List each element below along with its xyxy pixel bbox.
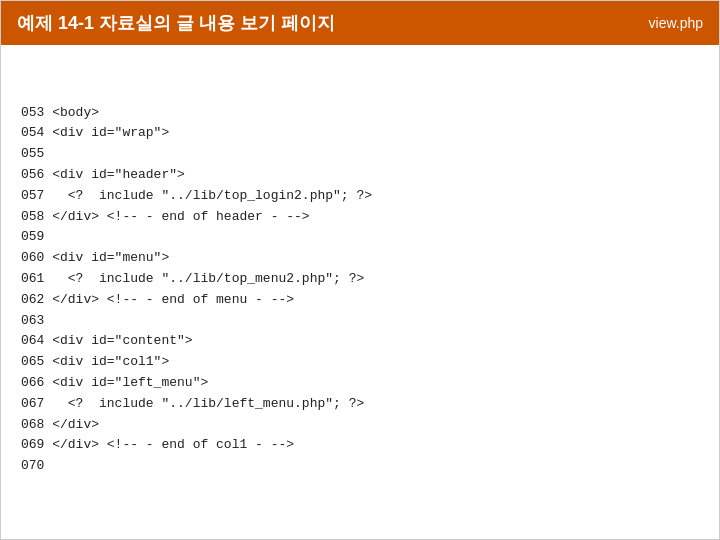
page-title: 예제 14-1 자료실의 글 내용 보기 페이지 [17,11,335,35]
code-line: 065 <div id="col1"> [21,352,699,373]
page-container: 예제 14-1 자료실의 글 내용 보기 페이지 view.php 053 <b… [0,0,720,540]
code-line: 064 <div id="content"> [21,331,699,352]
code-line: 063 [21,311,699,332]
code-line: 060 <div id="menu"> [21,248,699,269]
code-line: 062 </div> <!-- - end of menu - --> [21,290,699,311]
code-line: 057 <? include "../lib/top_login2.php"; … [21,186,699,207]
code-line: 066 <div id="left_menu"> [21,373,699,394]
code-line: 058 </div> <!-- - end of header - --> [21,207,699,228]
code-line: 055 [21,144,699,165]
code-line: 056 <div id="header"> [21,165,699,186]
code-line: 054 <div id="wrap"> [21,123,699,144]
code-line: 053 <body> [21,103,699,124]
code-line: 070 [21,456,699,477]
filename-label: view.php [649,15,703,31]
header-bar: 예제 14-1 자료실의 글 내용 보기 페이지 view.php [1,1,719,45]
code-area: 053 <body>054 <div id="wrap">055056 <div… [1,45,719,493]
code-line: 059 [21,227,699,248]
code-line: 069 </div> <!-- - end of col1 - --> [21,435,699,456]
code-line: 061 <? include "../lib/top_menu2.php"; ?… [21,269,699,290]
code-line: 067 <? include "../lib/left_menu.php"; ?… [21,394,699,415]
code-line: 068 </div> [21,415,699,436]
